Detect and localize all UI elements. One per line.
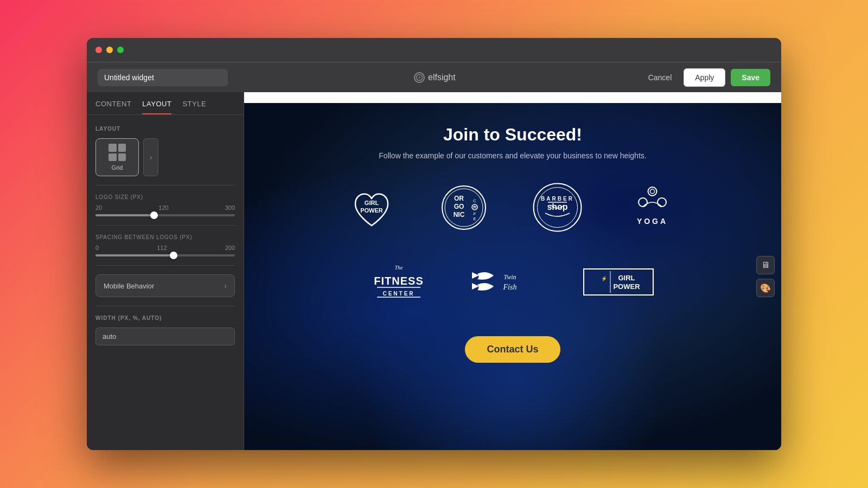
preview-inner: Join to Succeed! Follow the example of o… xyxy=(244,103,781,379)
spacing-max: 200 xyxy=(225,245,235,251)
mobile-behavior-label: Mobile Behavior xyxy=(104,282,154,290)
divider-4 xyxy=(95,306,235,306)
browser-window: elfsight Cancel Apply Save CONTENT LAYOU… xyxy=(87,38,781,450)
chevron-right-icon: › xyxy=(150,153,152,162)
logo-girl-power: GIRL POWER xyxy=(347,183,396,232)
logo-fitness: The FITNESS CENTER xyxy=(372,255,426,309)
tab-content[interactable]: CONTENT xyxy=(95,100,131,114)
grid-cell xyxy=(108,153,117,162)
logo-size-thumb[interactable] xyxy=(150,211,158,219)
traffic-light-fullscreen[interactable] xyxy=(117,47,124,53)
spacing-range-labels: 0 112 200 xyxy=(95,245,235,251)
grid-label: Grid xyxy=(112,164,123,171)
layout-section-label: LAYOUT xyxy=(95,126,235,132)
traffic-lights xyxy=(95,47,124,53)
contact-button[interactable]: Contact Us xyxy=(465,336,560,363)
divider-3 xyxy=(95,265,235,266)
width-section: WIDTH (PX, %, AUTO) xyxy=(95,315,235,345)
logo-size-min: 20 xyxy=(95,204,102,211)
widget-title-input[interactable] xyxy=(98,69,228,86)
logo-size-slider-section: LOGO SIZE (PX) 20 120 300 xyxy=(95,194,235,216)
svg-rect-29 xyxy=(584,269,653,295)
svg-text:NIC: NIC xyxy=(454,211,465,219)
width-label: WIDTH (PX, %, AUTO) xyxy=(95,315,235,321)
cancel-button[interactable]: Cancel xyxy=(642,69,679,86)
logo-barber: BARBER shop xyxy=(532,182,583,233)
svg-text:shop: shop xyxy=(547,202,567,211)
svg-point-19 xyxy=(639,198,647,207)
traffic-light-minimize[interactable] xyxy=(106,47,113,53)
grid-icon xyxy=(108,144,126,161)
layout-options-row: Grid › xyxy=(95,138,235,176)
logo-yoga: YOGA xyxy=(627,182,678,233)
divider-1 xyxy=(95,185,235,185)
toolbar-actions: Cancel Apply Save xyxy=(642,68,770,87)
svg-text:E: E xyxy=(473,216,476,221)
mobile-behavior-chevron: › xyxy=(224,281,227,290)
sidebar-content: LAYOUT Grid › xyxy=(87,115,244,450)
svg-text:FITNESS: FITNESS xyxy=(374,275,423,287)
monitor-icon: 🖥 xyxy=(761,260,770,270)
logo-row-2: The FITNESS CENTER xyxy=(372,255,654,309)
width-input[interactable] xyxy=(95,328,235,345)
logo-size-track[interactable] xyxy=(95,214,235,216)
svg-text:GIRL: GIRL xyxy=(618,274,635,282)
svg-text:Twin: Twin xyxy=(503,273,516,281)
tab-layout[interactable]: LAYOUT xyxy=(142,100,171,114)
svg-text:BARBER: BARBER xyxy=(541,196,574,202)
spacing-thumb[interactable] xyxy=(170,252,177,259)
svg-text:Fish: Fish xyxy=(503,283,517,291)
app-body: CONTENT LAYOUT STYLE LAYOUT Grid xyxy=(87,92,781,450)
elfsight-logo: elfsight xyxy=(414,72,456,83)
save-button[interactable]: Save xyxy=(731,69,770,86)
preview-tools: 🖥 🎨 xyxy=(756,256,775,297)
toolbar-center: elfsight xyxy=(228,72,642,83)
logo-girl-power-2: ⚡ GIRL POWER xyxy=(583,268,654,296)
apply-button[interactable]: Apply xyxy=(684,68,725,87)
spacing-value: 112 xyxy=(157,245,167,251)
svg-text:CENTER: CENTER xyxy=(382,291,414,297)
svg-text:⚡: ⚡ xyxy=(601,275,608,282)
traffic-light-close[interactable] xyxy=(95,47,102,53)
logo-size-value: 120 xyxy=(158,204,168,211)
preview-heading: Join to Succeed! xyxy=(443,125,582,145)
svg-text:GO: GO xyxy=(454,203,464,210)
layout-grid-card[interactable]: Grid xyxy=(95,138,139,176)
sidebar-tabs: CONTENT LAYOUT STYLE xyxy=(87,92,244,115)
monitor-tool-button[interactable]: 🖥 xyxy=(756,256,775,274)
main-toolbar: elfsight Cancel Apply Save xyxy=(87,62,781,92)
spacing-slider-section: SPACING BETWEEN LOGOS (PX) 0 112 200 xyxy=(95,234,235,256)
grid-cell xyxy=(118,144,126,152)
svg-text:GIRL: GIRL xyxy=(365,200,379,206)
svg-text:YOGA: YOGA xyxy=(637,217,668,226)
elfsight-icon xyxy=(414,72,425,83)
title-bar xyxy=(87,38,781,62)
logo-row-1: GIRL POWER OR GO NIC xyxy=(347,182,678,233)
svg-point-20 xyxy=(658,198,666,207)
svg-text:OR: OR xyxy=(454,195,464,202)
divider-2 xyxy=(95,225,235,226)
logo-size-range-labels: 20 120 300 xyxy=(95,204,235,211)
tab-style[interactable]: STYLE xyxy=(182,100,206,114)
spacing-label: SPACING BETWEEN LOGOS (PX) xyxy=(95,234,235,240)
svg-text:C: C xyxy=(473,198,476,203)
svg-text:POWER: POWER xyxy=(613,282,640,291)
spacing-track[interactable] xyxy=(95,254,235,256)
logo-size-label: LOGO SIZE (PX) xyxy=(95,194,235,200)
preview-top-bar xyxy=(244,92,781,103)
logo-twin-fish: Twin Fish xyxy=(469,266,540,298)
svg-point-18 xyxy=(650,189,655,194)
svg-text:F: F xyxy=(474,211,476,216)
sidebar: CONTENT LAYOUT STYLE LAYOUT Grid xyxy=(87,92,244,450)
spacing-min: 0 xyxy=(95,245,99,251)
logo-organic: OR GO NIC C A F E xyxy=(439,183,488,232)
mobile-behavior-row[interactable]: Mobile Behavior › xyxy=(95,274,235,297)
svg-text:The: The xyxy=(395,265,404,271)
layout-next-button[interactable]: › xyxy=(143,138,158,176)
grid-cell xyxy=(118,153,126,162)
svg-point-17 xyxy=(648,187,657,196)
brush-icon: 🎨 xyxy=(760,283,771,293)
preview-content: Join to Succeed! Follow the example of o… xyxy=(244,103,781,450)
spacing-fill xyxy=(95,254,174,256)
theme-tool-button[interactable]: 🎨 xyxy=(756,279,775,297)
